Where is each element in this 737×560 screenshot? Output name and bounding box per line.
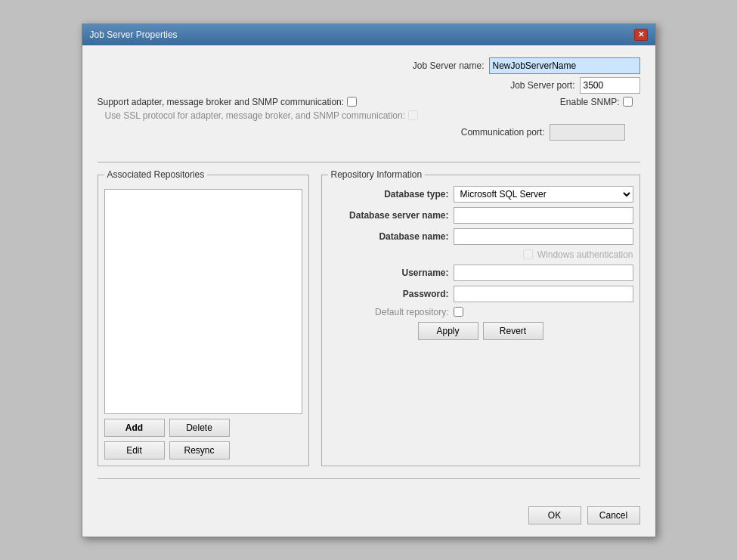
windows-auth-label: Windows authentication: [537, 249, 633, 260]
dialog-window: Job Server Properties ✕ Job Server name:…: [82, 23, 656, 537]
cancel-button[interactable]: Cancel: [587, 506, 640, 524]
repository-information-panel: Repository Information Database type: Mi…: [321, 175, 640, 466]
resync-button[interactable]: Resync: [169, 441, 230, 459]
communication-port-row: Communication port:: [98, 124, 640, 141]
windows-auth-row: Windows authentication: [328, 249, 633, 260]
panels-row: Associated Repositories Add Delete Edit …: [98, 175, 640, 466]
password-label: Password:: [328, 289, 449, 299]
apply-revert-row: Apply Revert: [328, 322, 633, 340]
job-server-name-row: Job Server name:: [98, 57, 640, 74]
ssl-checkbox[interactable]: [408, 110, 418, 120]
job-server-name-label: Job Server name:: [413, 60, 485, 71]
database-type-label: Database type:: [328, 189, 449, 200]
job-server-port-input[interactable]: [580, 77, 640, 94]
repositories-list[interactable]: [104, 189, 302, 414]
database-server-name-row: Database server name:: [328, 207, 633, 224]
database-server-name-label: Database server name:: [328, 210, 449, 221]
delete-button[interactable]: Delete: [169, 419, 230, 437]
default-repository-row: Default repository:: [328, 307, 633, 317]
associated-repositories-legend: Associated Repositories: [104, 169, 208, 180]
add-delete-row: Add Delete: [104, 419, 302, 437]
enable-snmp-checkbox[interactable]: [623, 97, 633, 107]
title-bar: Job Server Properties ✕: [82, 24, 655, 45]
repository-information-legend: Repository Information: [328, 169, 426, 180]
communication-port-label: Communication port:: [461, 127, 545, 138]
password-row: Password:: [328, 286, 633, 302]
ok-button[interactable]: OK: [528, 506, 581, 524]
support-adapter-checkbox[interactable]: [347, 97, 357, 107]
communication-port-input[interactable]: [550, 124, 625, 141]
ssl-label: Use SSL protocol for adapter, message br…: [105, 110, 406, 121]
edit-button[interactable]: Edit: [104, 441, 165, 459]
ssl-row: Use SSL protocol for adapter, message br…: [98, 110, 640, 121]
job-server-port-label: Job Server port:: [510, 80, 574, 91]
database-name-input[interactable]: [454, 228, 633, 245]
enable-snmp-label: Enable SNMP:: [560, 97, 620, 107]
username-row: Username:: [328, 265, 633, 281]
enable-snmp-row: Enable SNMP:: [560, 97, 633, 107]
database-name-row: Database name:: [328, 228, 633, 245]
add-button[interactable]: Add: [104, 419, 165, 437]
database-server-name-input[interactable]: [454, 207, 633, 224]
database-type-row: Database type: Microsoft SQL Server Orac…: [328, 186, 633, 203]
bottom-buttons: OK Cancel: [82, 497, 655, 537]
default-repository-label: Default repository:: [328, 307, 449, 317]
separator-1: [98, 162, 640, 162]
dialog-body: Job Server name: Job Server port: Suppor…: [82, 45, 655, 497]
password-input[interactable]: [454, 286, 633, 302]
support-adapter-label: Support adapter, message broker and SNMP…: [98, 97, 345, 107]
revert-button[interactable]: Revert: [483, 322, 543, 340]
job-server-port-row: Job Server port:: [98, 77, 640, 94]
repo-form: Database type: Microsoft SQL Server Orac…: [328, 181, 633, 340]
username-input[interactable]: [454, 265, 633, 281]
database-type-select[interactable]: Microsoft SQL Server Oracle MySQL: [454, 186, 633, 203]
windows-auth-checkbox[interactable]: [523, 249, 533, 259]
default-repository-checkbox[interactable]: [454, 307, 463, 317]
job-server-name-input[interactable]: [489, 57, 640, 74]
close-button[interactable]: ✕: [634, 29, 648, 41]
apply-button[interactable]: Apply: [418, 322, 478, 340]
top-form: Job Server name: Job Server port: Suppor…: [98, 57, 640, 150]
edit-resync-row: Edit Resync: [104, 441, 302, 459]
separator-2: [98, 478, 640, 479]
database-name-label: Database name:: [328, 231, 449, 242]
associated-repositories-panel: Associated Repositories Add Delete Edit …: [98, 175, 309, 466]
dialog-title: Job Server Properties: [90, 29, 178, 40]
username-label: Username:: [328, 268, 449, 278]
support-adapter-row: Support adapter, message broker and SNMP…: [98, 97, 358, 107]
